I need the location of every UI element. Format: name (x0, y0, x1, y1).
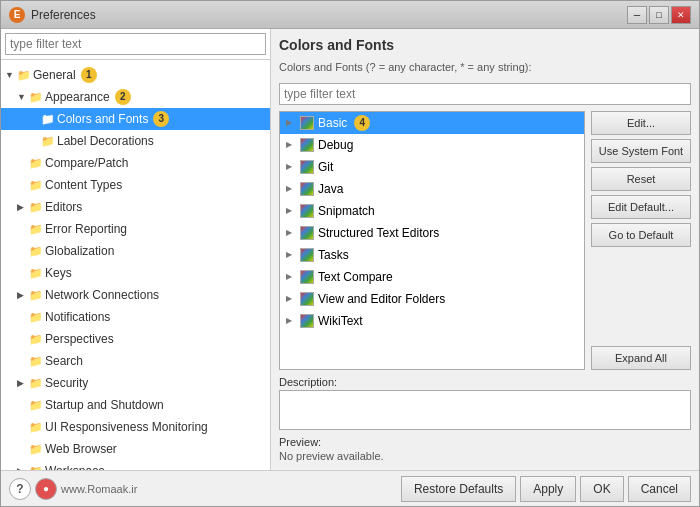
colors-label-view-editor: View and Editor Folders (318, 290, 445, 308)
colors-icon-structured (300, 226, 314, 240)
tree-label-search: Search (45, 352, 83, 370)
tree-filter-input[interactable] (5, 33, 266, 55)
tree-item-error-reporting[interactable]: Error Reporting (1, 218, 270, 240)
tree-item-appearance[interactable]: Appearance2 (1, 86, 270, 108)
colors-item-git[interactable]: ▶Git (280, 156, 584, 178)
tree-arrow-general (5, 66, 15, 84)
colors-item-structured[interactable]: ▶Structured Text Editors (280, 222, 584, 244)
close-button[interactable]: ✕ (671, 6, 691, 24)
tree-item-notifications[interactable]: Notifications (1, 306, 270, 328)
tree-item-globalization[interactable]: Globalization (1, 240, 270, 262)
tree-icon-content-types (29, 178, 43, 192)
colors-label-debug: Debug (318, 136, 353, 154)
record-icon[interactable]: ● (35, 478, 57, 500)
maximize-button[interactable]: □ (649, 6, 669, 24)
tree-item-general[interactable]: General1 (1, 64, 270, 86)
tree-label-ui-resp: UI Responsiveness Monitoring (45, 418, 208, 436)
tree-icon-editors (29, 200, 43, 214)
app-icon: E (9, 7, 25, 23)
section-subtitle: Colors and Fonts (? = any character, * =… (279, 61, 691, 73)
edit-default-button[interactable]: Edit Default... (591, 195, 691, 219)
colors-item-java[interactable]: ▶Java (280, 178, 584, 200)
tree-icon-search (29, 354, 43, 368)
expand-all-button[interactable]: Expand All (591, 346, 691, 370)
edit-button[interactable]: Edit... (591, 111, 691, 135)
colors-label-wikitext: WikiText (318, 312, 363, 330)
colors-arrow-debug: ▶ (286, 136, 296, 154)
colors-icon-basic (300, 116, 314, 130)
tree-label-editors: Editors (45, 198, 82, 216)
apply-button[interactable]: Apply (520, 476, 576, 502)
tree-label-general: General (33, 66, 76, 84)
tree-item-network[interactable]: Network Connections (1, 284, 270, 306)
tree-item-search[interactable]: Search (1, 350, 270, 372)
tree-icon-colors-fonts (41, 112, 55, 126)
colors-icon-tasks (300, 248, 314, 262)
right-panel: Colors and Fonts Colors and Fonts (? = a… (271, 29, 699, 470)
colors-filter-input[interactable] (279, 83, 691, 105)
tree-icon-network (29, 288, 43, 302)
cancel-button[interactable]: Cancel (628, 476, 691, 502)
tree-item-ui-resp[interactable]: UI Responsiveness Monitoring (1, 416, 270, 438)
preview-area: Preview: No preview available. (279, 436, 691, 462)
tree-item-startup[interactable]: Startup and Shutdown (1, 394, 270, 416)
tree-label-compare-patch: Compare/Patch (45, 154, 128, 172)
tree-icon-globalization (29, 244, 43, 258)
tree-item-colors-fonts[interactable]: Colors and Fonts3 (1, 108, 270, 130)
tree-item-editors[interactable]: Editors (1, 196, 270, 218)
tree-item-content-types[interactable]: Content Types (1, 174, 270, 196)
tree-icon-notifications (29, 310, 43, 324)
colors-item-tasks[interactable]: ▶Tasks (280, 244, 584, 266)
colors-label-snipmatch: Snipmatch (318, 202, 375, 220)
minimize-button[interactable]: ─ (627, 6, 647, 24)
colors-label-java: Java (318, 180, 343, 198)
window-title: Preferences (31, 8, 96, 22)
colors-arrow-wikitext: ▶ (286, 312, 296, 330)
description-box (279, 390, 691, 430)
colors-item-snipmatch[interactable]: ▶Snipmatch (280, 200, 584, 222)
colors-label-git: Git (318, 158, 333, 176)
tree-item-perspectives[interactable]: Perspectives (1, 328, 270, 350)
colors-icon-snipmatch (300, 204, 314, 218)
colors-icon-debug (300, 138, 314, 152)
tree-item-workspace[interactable]: Workspace (1, 460, 270, 470)
tree-label-network: Network Connections (45, 286, 159, 304)
tree-label-keys: Keys (45, 264, 72, 282)
tree-badge-appearance: 2 (115, 89, 131, 105)
tree-item-compare-patch[interactable]: Compare/Patch (1, 152, 270, 174)
section-title: Colors and Fonts (279, 37, 691, 53)
bottom-bar: ? ● www.Romaak.ir Restore Defaults Apply… (1, 470, 699, 506)
colors-item-view-editor[interactable]: ▶View and Editor Folders (280, 288, 584, 310)
colors-item-debug[interactable]: ▶Debug (280, 134, 584, 156)
tree-label-security: Security (45, 374, 88, 392)
colors-item-wikitext[interactable]: ▶WikiText (280, 310, 584, 332)
left-panel: General1Appearance2Colors and Fonts3Labe… (1, 29, 271, 470)
colors-arrow-view-editor: ▶ (286, 290, 296, 308)
colors-item-text-compare[interactable]: ▶Text Compare (280, 266, 584, 288)
tree-item-security[interactable]: Security (1, 372, 270, 394)
restore-defaults-button[interactable]: Restore Defaults (401, 476, 516, 502)
colors-arrow-tasks: ▶ (286, 246, 296, 264)
tree-item-label-decorations[interactable]: Label Decorations (1, 130, 270, 152)
colors-arrow-git: ▶ (286, 158, 296, 176)
tree-item-keys[interactable]: Keys (1, 262, 270, 284)
ok-button[interactable]: OK (580, 476, 623, 502)
help-icon[interactable]: ? (9, 478, 31, 500)
tree-item-web-browser[interactable]: Web Browser (1, 438, 270, 460)
colors-item-basic[interactable]: ▶Basic4 (280, 112, 584, 134)
colors-icon-git (300, 160, 314, 174)
tree-arrow-appearance (17, 88, 27, 106)
description-label: Description: (279, 376, 691, 388)
colors-buttons: Edit... Use System Font Reset Edit Defau… (591, 111, 691, 370)
preview-text: No preview available. (279, 450, 691, 462)
bottom-right: Restore Defaults Apply OK Cancel (401, 476, 691, 502)
use-system-font-button[interactable]: Use System Font (591, 139, 691, 163)
tree-badge-colors-fonts: 3 (153, 111, 169, 127)
tree-arrow-network (17, 286, 27, 304)
colors-icon-wikitext (300, 314, 314, 328)
colors-arrow-basic: ▶ (286, 114, 296, 132)
reset-button[interactable]: Reset (591, 167, 691, 191)
tree-filter-box (1, 29, 270, 60)
go-to-default-button[interactable]: Go to Default (591, 223, 691, 247)
tree-label-workspace: Workspace (45, 462, 105, 470)
